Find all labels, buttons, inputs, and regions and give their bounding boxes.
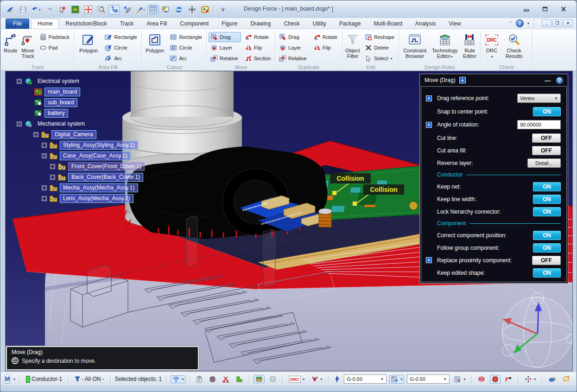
via-grid-button[interactable]: V ▾ [452, 375, 467, 384]
tree-node-main-board[interactable]: main_board [34, 87, 80, 96]
duplicate-layer-button[interactable]: Layer [277, 43, 310, 53]
object-filter-button[interactable]: Object Filter [344, 31, 361, 59]
tab-check[interactable]: Check [277, 19, 306, 29]
panel-title-bar[interactable]: Move (Drag) + — ? [420, 74, 568, 86]
measure-probe-icon[interactable] [108, 5, 120, 15]
toolbar-options-icon[interactable] [217, 5, 228, 15]
component-move-button[interactable] [490, 375, 501, 384]
report-button[interactable] [194, 375, 204, 384]
expand-icon[interactable]: + [42, 185, 47, 190]
correct-component-position-toggle[interactable]: ON [533, 231, 561, 240]
close-button[interactable] [558, 5, 570, 13]
area-fill-polygon-button[interactable]: Polygon [76, 31, 101, 54]
check-results-button[interactable]: Check Results [503, 31, 525, 59]
select-button[interactable]: Select ▾ [363, 53, 397, 63]
tab-figure[interactable]: Figure [215, 19, 244, 29]
tree-node-sub-board[interactable]: sub_board [34, 98, 77, 107]
delete-button[interactable]: Delete [363, 43, 397, 53]
tree-node-back-cover[interactable]: + Back_Cover(Back_Cover.1) [50, 172, 143, 182]
reshape-button[interactable]: Reshape [363, 32, 397, 42]
replace-proximity-component-toggle[interactable]: OFF [532, 256, 561, 265]
tab-drawing[interactable]: Drawing [244, 19, 277, 29]
image-view-icon[interactable] [199, 5, 210, 15]
expand-option-icon[interactable]: + [426, 95, 432, 101]
lock-hierarchy-connector-toggle[interactable]: ON [533, 207, 561, 216]
tab-utility[interactable]: Utility [306, 19, 332, 29]
panel-minimize-icon[interactable]: — [545, 77, 551, 84]
filter-indicator[interactable]: - All ON - [73, 375, 106, 383]
cut-area-fill-toggle[interactable]: OFF [532, 146, 561, 155]
properties-button[interactable] [575, 375, 577, 383]
expand-option-icon[interactable]: + [426, 257, 432, 263]
constraint-browser-button[interactable]: Constraint Browser [401, 31, 429, 59]
mdi-close-button[interactable]: ✕ [563, 19, 573, 27]
cut-line-toggle[interactable]: OFF [532, 133, 561, 143]
tab-multi-board[interactable]: Multi-Board [367, 19, 408, 29]
pad-button[interactable]: Pad [38, 43, 72, 53]
follow-group-component-toggle[interactable]: ON [533, 243, 561, 253]
area-fill-rectangle-button[interactable]: Rectangle [103, 32, 140, 42]
duplicate-flip-button[interactable]: Flip [311, 43, 340, 53]
layer-pair-button[interactable] [476, 375, 487, 383]
app-logo-icon[interactable] [5, 5, 16, 15]
maximize-button[interactable] [539, 5, 551, 13]
rule-editor-button[interactable]: Rule Editor [461, 31, 479, 59]
duplicate-drag-button[interactable]: Drag [277, 32, 310, 42]
highlight-tool-button[interactable] [561, 375, 572, 383]
move-relative-button[interactable]: Relative [209, 53, 241, 63]
snap-mode-button[interactable]: ▾ [523, 374, 538, 384]
route-button[interactable]: Route [3, 31, 18, 54]
expand-icon[interactable]: + [42, 196, 47, 201]
duplicate-relative-button[interactable]: Relative [277, 53, 310, 63]
move-flip-button[interactable]: Flip [243, 43, 274, 53]
component-info-button[interactable] [207, 375, 218, 384]
zoom-fit-color-icon[interactable] [70, 5, 81, 15]
mdi-minimize-button[interactable]: _ [542, 19, 552, 27]
drc-status-button[interactable]: DRC ▾ [287, 375, 306, 384]
tab-component[interactable]: Component [173, 19, 215, 29]
design-viewport[interactable]: Collision Collision [5, 71, 573, 371]
move-section-button[interactable]: Section [243, 53, 274, 63]
active-layer-indicator[interactable]: Conductor-1 [24, 375, 64, 384]
snap-to-center-toggle[interactable]: ON [533, 107, 561, 116]
tree-node-mechanical-system[interactable]: − Mechanical system [17, 119, 88, 128]
pan-arrows-icon[interactable] [186, 5, 197, 15]
tree-node-digital-camera[interactable]: − Digital_Camera [33, 130, 96, 139]
tree-node-lens-assy[interactable]: + Lens_Assy(Mecha_Assy.2) [42, 194, 133, 203]
brush-icon[interactable] [134, 5, 146, 15]
mode-button[interactable]: M [5, 374, 10, 384]
area-fill-arc-button[interactable]: Arc [103, 53, 140, 63]
grid-size-combo-2[interactable]: G-0.50▼ [407, 374, 450, 384]
padstack-button[interactable]: Padstack [38, 32, 72, 42]
monitor-settings-icon[interactable] [160, 5, 171, 15]
help-icon[interactable]: ? [516, 19, 524, 27]
component-display-button[interactable] [254, 375, 265, 383]
panel-plus-icon[interactable]: + [459, 77, 466, 83]
cut-disable-button[interactable] [221, 375, 231, 384]
save-icon[interactable] [18, 5, 29, 15]
redo-icon[interactable] [44, 5, 55, 15]
cutout-polygon-button[interactable]: Polygon [144, 31, 166, 54]
drc-button[interactable]: DRC DRC▾ [482, 31, 501, 60]
tree-node-battery[interactable]: battery [34, 108, 68, 118]
grid-size-combo-1[interactable]: G-0.50▼ [344, 374, 387, 384]
technology-editor-button[interactable]: Technology Editor▾ [431, 31, 458, 60]
move-track-button[interactable]: Move Track [20, 31, 35, 59]
expand-option-icon[interactable]: + [426, 122, 432, 128]
tree-node-electrical-system[interactable]: − Electrical system [17, 76, 82, 86]
tree-node-styling-assy[interactable]: + Styling_Assy(Styling_Assy.1) [42, 140, 138, 150]
minimize-button[interactable] [520, 5, 533, 13]
help-caret-icon[interactable]: ▾ [527, 21, 529, 25]
cutout-arc-button[interactable]: Arc [168, 53, 205, 63]
collapse-icon[interactable]: − [42, 153, 47, 158]
move-layer-button[interactable]: Layer [209, 43, 241, 53]
area-fill-circle-button[interactable]: Circle [103, 43, 140, 53]
collapse-ribbon-icon[interactable]: ⌃ [508, 20, 513, 26]
move-drag-button[interactable]: Drag [209, 32, 241, 42]
database-button[interactable] [267, 375, 278, 383]
panel-help-icon[interactable]: ? [556, 77, 563, 84]
tab-home[interactable]: Home [31, 19, 59, 29]
tree-node-front-cover[interactable]: + Front_Cover(Front_Cover.1) [50, 162, 145, 171]
pan-tool-button[interactable] [546, 375, 558, 383]
mode-caret-icon[interactable]: ▾ [13, 377, 15, 381]
